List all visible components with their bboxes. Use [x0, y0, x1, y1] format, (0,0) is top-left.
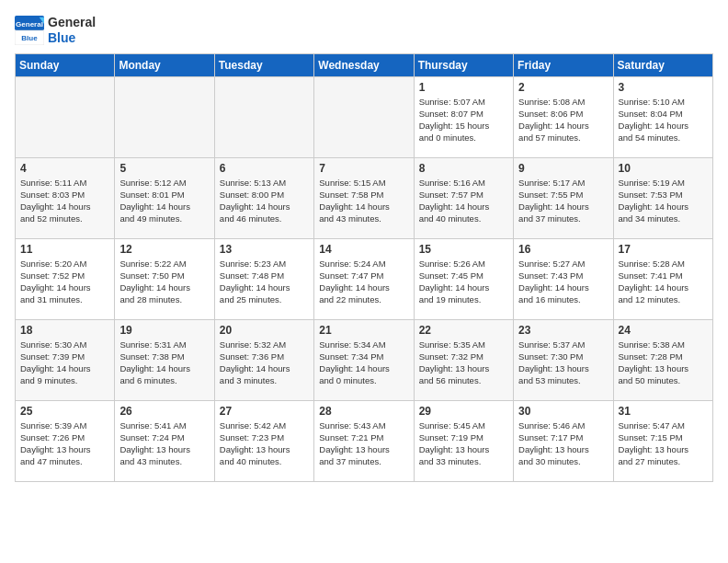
day-number: 8: [419, 162, 508, 175]
calendar-day: 19Sunrise: 5:31 AM Sunset: 7:38 PM Dayli…: [115, 319, 214, 400]
calendar-table: SundayMondayTuesdayWednesdayThursdayFrid…: [15, 53, 713, 482]
day-info: Sunrise: 5:16 AM Sunset: 7:57 PM Dayligh…: [419, 177, 508, 225]
day-number: 11: [20, 243, 109, 256]
day-number: 21: [319, 324, 408, 337]
day-info: Sunrise: 5:43 AM Sunset: 7:21 PM Dayligh…: [319, 419, 408, 468]
day-info: Sunrise: 5:07 AM Sunset: 8:07 PM Dayligh…: [419, 96, 508, 144]
day-number: 15: [419, 243, 508, 256]
day-number: 18: [20, 324, 109, 337]
day-info: Sunrise: 5:42 AM Sunset: 7:23 PM Dayligh…: [220, 419, 309, 468]
calendar-day: 6Sunrise: 5:13 AM Sunset: 8:00 PM Daylig…: [214, 157, 313, 238]
logo-blue: Blue: [48, 30, 75, 45]
day-number: 5: [119, 162, 209, 175]
day-header-thursday: Thursday: [414, 53, 513, 76]
calendar-day: 1Sunrise: 5:07 AM Sunset: 8:07 PM Daylig…: [414, 76, 513, 157]
logo-icon: General Blue: [15, 16, 44, 45]
day-info: Sunrise: 5:26 AM Sunset: 7:45 PM Dayligh…: [419, 258, 508, 306]
calendar-day: 7Sunrise: 5:15 AM Sunset: 7:58 PM Daylig…: [314, 157, 414, 238]
calendar-week-row: 11Sunrise: 5:20 AM Sunset: 7:52 PM Dayli…: [16, 238, 713, 319]
day-info: Sunrise: 5:13 AM Sunset: 8:00 PM Dayligh…: [220, 177, 309, 225]
svg-text:General: General: [16, 19, 43, 28]
day-number: 19: [119, 324, 209, 337]
calendar-day: 25Sunrise: 5:39 AM Sunset: 7:26 PM Dayli…: [16, 400, 115, 481]
page-header: General Blue General Blue: [15, 15, 713, 46]
calendar-day: 15Sunrise: 5:26 AM Sunset: 7:45 PM Dayli…: [414, 238, 513, 319]
day-number: 7: [319, 162, 408, 175]
day-number: 16: [518, 243, 608, 256]
day-info: Sunrise: 5:37 AM Sunset: 7:30 PM Dayligh…: [518, 339, 608, 387]
calendar-day: 24Sunrise: 5:38 AM Sunset: 7:28 PM Dayli…: [613, 319, 712, 400]
calendar-day: 5Sunrise: 5:12 AM Sunset: 8:01 PM Daylig…: [115, 157, 214, 238]
calendar-day: 27Sunrise: 5:42 AM Sunset: 7:23 PM Dayli…: [214, 400, 313, 481]
day-info: Sunrise: 5:41 AM Sunset: 7:24 PM Dayligh…: [119, 419, 209, 468]
day-number: 3: [619, 81, 708, 94]
day-number: 24: [619, 324, 708, 337]
calendar-day: 26Sunrise: 5:41 AM Sunset: 7:24 PM Dayli…: [115, 400, 214, 481]
day-number: 6: [220, 162, 309, 175]
day-header-tuesday: Tuesday: [214, 53, 313, 76]
day-info: Sunrise: 5:34 AM Sunset: 7:34 PM Dayligh…: [319, 339, 408, 387]
calendar-day: [214, 76, 313, 157]
calendar-day: 13Sunrise: 5:23 AM Sunset: 7:48 PM Dayli…: [214, 238, 313, 319]
calendar-week-row: 4Sunrise: 5:11 AM Sunset: 8:03 PM Daylig…: [16, 157, 713, 238]
day-info: Sunrise: 5:10 AM Sunset: 8:04 PM Dayligh…: [619, 96, 708, 144]
calendar-day: 12Sunrise: 5:22 AM Sunset: 7:50 PM Dayli…: [115, 238, 214, 319]
day-number: 4: [20, 162, 109, 175]
calendar-day: [16, 76, 115, 157]
day-info: Sunrise: 5:11 AM Sunset: 8:03 PM Dayligh…: [20, 177, 109, 225]
calendar-day: 30Sunrise: 5:46 AM Sunset: 7:17 PM Dayli…: [514, 400, 613, 481]
calendar-week-row: 18Sunrise: 5:30 AM Sunset: 7:39 PM Dayli…: [16, 319, 713, 400]
day-number: 27: [220, 405, 309, 418]
svg-text:Blue: Blue: [21, 33, 38, 41]
calendar-day: 4Sunrise: 5:11 AM Sunset: 8:03 PM Daylig…: [16, 157, 115, 238]
logo-general: General: [48, 15, 96, 29]
day-info: Sunrise: 5:35 AM Sunset: 7:32 PM Dayligh…: [419, 339, 508, 387]
day-number: 1: [419, 81, 508, 94]
day-number: 28: [319, 405, 408, 418]
logo-text: General Blue: [48, 15, 96, 46]
day-info: Sunrise: 5:24 AM Sunset: 7:47 PM Dayligh…: [319, 258, 408, 306]
calendar-day: 18Sunrise: 5:30 AM Sunset: 7:39 PM Dayli…: [16, 319, 115, 400]
day-number: 17: [619, 243, 708, 256]
day-number: 29: [419, 405, 508, 418]
day-number: 31: [619, 405, 708, 418]
day-info: Sunrise: 5:46 AM Sunset: 7:17 PM Dayligh…: [518, 419, 608, 468]
day-info: Sunrise: 5:22 AM Sunset: 7:50 PM Dayligh…: [119, 258, 209, 306]
day-header-saturday: Saturday: [613, 53, 712, 76]
day-info: Sunrise: 5:45 AM Sunset: 7:19 PM Dayligh…: [419, 419, 508, 468]
day-info: Sunrise: 5:38 AM Sunset: 7:28 PM Dayligh…: [619, 339, 708, 387]
day-number: 22: [419, 324, 508, 337]
calendar-day: 17Sunrise: 5:28 AM Sunset: 7:41 PM Dayli…: [613, 238, 712, 319]
calendar-day: 8Sunrise: 5:16 AM Sunset: 7:57 PM Daylig…: [414, 157, 513, 238]
day-number: 25: [20, 405, 109, 418]
day-number: 23: [518, 324, 608, 337]
calendar-day: 29Sunrise: 5:45 AM Sunset: 7:19 PM Dayli…: [414, 400, 513, 481]
calendar-day: 11Sunrise: 5:20 AM Sunset: 7:52 PM Dayli…: [16, 238, 115, 319]
calendar-day: 14Sunrise: 5:24 AM Sunset: 7:47 PM Dayli…: [314, 238, 414, 319]
day-info: Sunrise: 5:28 AM Sunset: 7:41 PM Dayligh…: [619, 258, 708, 306]
day-info: Sunrise: 5:30 AM Sunset: 7:39 PM Dayligh…: [20, 339, 109, 387]
calendar-day: 23Sunrise: 5:37 AM Sunset: 7:30 PM Dayli…: [514, 319, 613, 400]
calendar-day: [314, 76, 414, 157]
day-header-wednesday: Wednesday: [314, 53, 414, 76]
day-number: 12: [119, 243, 209, 256]
day-info: Sunrise: 5:23 AM Sunset: 7:48 PM Dayligh…: [220, 258, 309, 306]
day-header-friday: Friday: [514, 53, 613, 76]
day-number: 14: [319, 243, 408, 256]
day-number: 26: [119, 405, 209, 418]
day-info: Sunrise: 5:12 AM Sunset: 8:01 PM Dayligh…: [119, 177, 209, 225]
day-number: 13: [220, 243, 309, 256]
calendar-day: 3Sunrise: 5:10 AM Sunset: 8:04 PM Daylig…: [613, 76, 712, 157]
calendar-day: 22Sunrise: 5:35 AM Sunset: 7:32 PM Dayli…: [414, 319, 513, 400]
calendar-header-row: SundayMondayTuesdayWednesdayThursdayFrid…: [16, 53, 713, 76]
logo: General Blue General Blue: [15, 15, 96, 46]
day-info: Sunrise: 5:47 AM Sunset: 7:15 PM Dayligh…: [619, 419, 708, 468]
calendar-day: 20Sunrise: 5:32 AM Sunset: 7:36 PM Dayli…: [214, 319, 313, 400]
day-info: Sunrise: 5:31 AM Sunset: 7:38 PM Dayligh…: [119, 339, 209, 387]
calendar-day: 2Sunrise: 5:08 AM Sunset: 8:06 PM Daylig…: [514, 76, 613, 157]
calendar-day: [115, 76, 214, 157]
day-info: Sunrise: 5:08 AM Sunset: 8:06 PM Dayligh…: [518, 96, 608, 144]
day-number: 2: [518, 81, 608, 94]
calendar-day: 10Sunrise: 5:19 AM Sunset: 7:53 PM Dayli…: [613, 157, 712, 238]
day-info: Sunrise: 5:17 AM Sunset: 7:55 PM Dayligh…: [518, 177, 608, 225]
